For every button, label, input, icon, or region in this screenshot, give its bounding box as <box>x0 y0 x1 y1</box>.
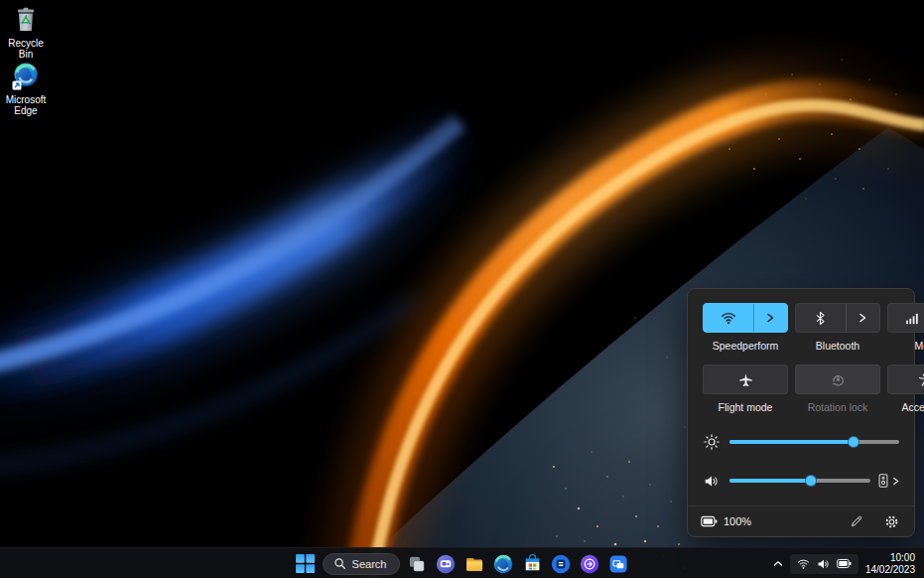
edge-icon <box>493 554 513 574</box>
quick-settings-panel: Speedperform Bluetooth <box>687 288 915 537</box>
brightness-icon <box>703 434 720 450</box>
pencil-icon <box>850 514 863 528</box>
footer-actions <box>847 511 901 531</box>
taskbar-center-apps: Search <box>294 548 631 578</box>
tray-time: 10:00 <box>865 552 915 564</box>
brightness-slider-fill <box>729 440 854 444</box>
chat-icon <box>436 554 456 574</box>
task-view-icon <box>407 554 427 574</box>
audio-output-icon <box>878 474 888 488</box>
recycle-bin-icon <box>11 5 41 35</box>
chevron-right-icon <box>858 313 866 323</box>
quick-settings-footer: 100% <box>688 506 914 536</box>
app-blue-tile-icon <box>551 554 571 574</box>
windows-start-icon <box>296 554 315 573</box>
cellular-signal-icon[interactable] <box>888 304 924 332</box>
chevron-up-icon <box>773 560 783 567</box>
rotation-lock-label: Rotation lock <box>795 401 880 413</box>
search-box[interactable]: Search <box>323 553 401 575</box>
wifi-label: Speedperform <box>703 340 788 352</box>
airplane-icon <box>738 372 753 387</box>
mobile-label: Mobile <box>887 340 924 352</box>
desktop-icon-label: Recycle Bin <box>1 38 51 60</box>
audio-output-selector[interactable] <box>878 474 899 488</box>
desktop-screen: Recycle Bin Microsoft Edge <box>0 0 924 578</box>
wifi-icon[interactable] <box>704 304 753 332</box>
tile-mobile: Mobile <box>887 303 924 352</box>
gear-icon <box>884 514 899 529</box>
tile-flight-mode: Flight mode <box>703 364 788 413</box>
battery-icon <box>837 558 852 569</box>
chevron-right-icon <box>892 477 899 486</box>
bluetooth-expand-chevron[interactable] <box>846 304 879 332</box>
search-label: Search <box>352 558 387 570</box>
brightness-slider-track[interactable] <box>729 440 899 444</box>
volume-icon <box>703 474 720 489</box>
brightness-slider-thumb[interactable] <box>848 436 859 448</box>
volume-slider-row <box>703 473 899 489</box>
file-explorer-icon <box>464 554 484 574</box>
battery-percent-label: 100% <box>724 515 751 527</box>
volume-slider-fill <box>729 479 811 483</box>
quick-settings-tiles: Speedperform Bluetooth <box>703 303 899 413</box>
microsoft-store-icon <box>523 554 542 573</box>
battery-status[interactable]: 100% <box>701 515 751 527</box>
bluetooth-toggle-button[interactable] <box>795 303 880 333</box>
app-purple-arrow-icon <box>580 554 599 574</box>
start-button[interactable] <box>294 552 318 576</box>
chevron-right-icon <box>766 313 774 323</box>
volume-slider-track[interactable] <box>729 479 870 483</box>
tile-accessibility: Accessibility <box>887 364 924 413</box>
microsoft-store-button[interactable] <box>520 552 544 576</box>
search-icon <box>333 557 346 570</box>
app-blue-tile-button[interactable] <box>549 552 573 576</box>
show-hidden-icons-button[interactable] <box>769 553 787 575</box>
clock-and-date[interactable]: 10:00 14/02/2023 <box>861 550 921 578</box>
edit-quick-settings-button[interactable] <box>847 511 866 531</box>
rotation-lock-icon <box>831 372 846 387</box>
mobile-toggle-button[interactable] <box>887 303 924 333</box>
accessibility-label: Accessibility <box>887 401 924 413</box>
accessibility-icon <box>917 372 924 387</box>
bluetooth-label: Bluetooth <box>795 340 880 352</box>
accessibility-button[interactable] <box>887 364 924 394</box>
taskbar: Search <box>0 547 924 578</box>
task-view-button[interactable] <box>405 552 429 576</box>
edge-button[interactable] <box>491 552 515 576</box>
volume-slider-thumb[interactable] <box>805 475 817 487</box>
desktop-icon-label: Microsoft Edge <box>1 94 51 116</box>
flight-mode-toggle-button[interactable] <box>703 364 788 394</box>
tray-date: 14/02/2023 <box>865 564 915 576</box>
desktop-icon-recycle-bin[interactable]: Recycle Bin <box>1 5 51 60</box>
file-explorer-button[interactable] <box>462 552 486 576</box>
app-blue-windows-icon <box>608 554 628 574</box>
flight-mode-label: Flight mode <box>703 401 788 413</box>
brightness-slider-row <box>703 434 899 450</box>
system-tray: 10:00 14/02/2023 <box>769 548 921 578</box>
wifi-expand-chevron[interactable] <box>753 304 787 332</box>
app-blue-windows-button[interactable] <box>606 552 630 576</box>
all-settings-button[interactable] <box>881 511 901 531</box>
battery-icon <box>701 515 718 527</box>
wifi-toggle-button[interactable] <box>703 303 788 333</box>
rotation-lock-toggle-button[interactable] <box>795 364 880 394</box>
tile-bluetooth: Bluetooth <box>795 303 880 352</box>
tile-rotation-lock: Rotation lock <box>795 364 880 413</box>
tray-network-volume-battery-button[interactable] <box>790 554 858 574</box>
bluetooth-icon[interactable] <box>796 304 846 332</box>
desktop-icon-microsoft-edge[interactable]: Microsoft Edge <box>1 62 51 116</box>
app-purple-arrow-button[interactable] <box>578 552 601 576</box>
chat-button[interactable] <box>434 552 458 576</box>
tile-wifi: Speedperform <box>703 303 788 352</box>
speaker-icon <box>817 558 830 570</box>
edge-icon <box>11 62 41 91</box>
wifi-icon <box>797 558 810 570</box>
